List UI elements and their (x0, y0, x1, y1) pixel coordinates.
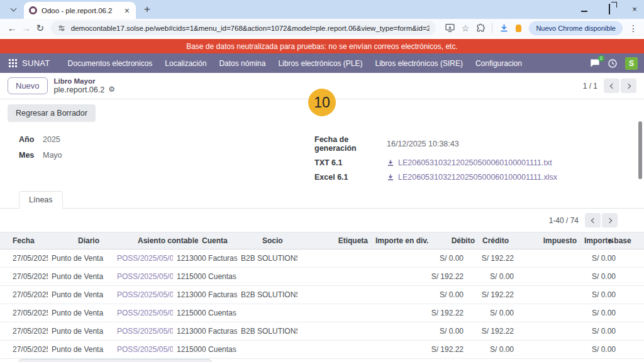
column-header[interactable]: Importe base (580, 236, 603, 245)
table-row[interactable]: 27/05/2025 Punto de Venta POSS/2025/05/0… (0, 322, 644, 341)
download-icon[interactable] (499, 23, 509, 33)
table-row[interactable]: 27/05/2025 Punto de Venta POSS/2025/05/0… (0, 268, 644, 286)
file-download-icon (387, 173, 394, 181)
column-header[interactable]: Importe en div... (372, 236, 428, 245)
horizontal-scrollbar-partial[interactable] (18, 359, 213, 362)
browser-tab[interactable]: Odoo - ple.report.06.2 × (24, 2, 136, 19)
navbar-menu-item[interactable]: Documentos electronicos (62, 59, 159, 68)
table-row[interactable]: 27/05/2025 Punto de Venta POSS/2025/05/0… (0, 341, 644, 359)
month-value[interactable]: Mayo (43, 151, 62, 160)
navbar-menu-item[interactable]: Localización (158, 59, 213, 68)
cell-diario: Punto de Venta (48, 309, 113, 317)
cell-fecha: 27/05/2025 (9, 327, 48, 336)
cell-diario: Punto de Venta (48, 345, 113, 354)
cell-credito: S/ 0.00 (467, 345, 518, 354)
column-header[interactable]: Impuesto (528, 236, 580, 245)
year-value[interactable]: 2025 (43, 135, 60, 144)
send-to-device-icon[interactable] (445, 23, 455, 33)
cell-asiento-link[interactable]: POSS/2025/05/0... (113, 327, 173, 336)
new-tab-button[interactable]: + (140, 2, 155, 17)
file-download-link[interactable]: LE2060531032120250500060100001111.xlsx (387, 173, 557, 182)
cell-credito: S/ 0.00 (467, 309, 518, 317)
year-label: Año (19, 135, 43, 144)
site-settings-icon[interactable] (57, 24, 66, 33)
chrome-update-button[interactable]: Nuevo Chrome disponible (529, 21, 623, 35)
window-minimize-button[interactable] (580, 4, 589, 14)
record-pager-next-button[interactable] (621, 79, 636, 93)
activities-clock-icon[interactable] (608, 58, 618, 69)
tab-close-icon[interactable]: × (123, 6, 131, 16)
cell-debito: S/ 192.22 (411, 272, 467, 281)
navbar-menu-item[interactable]: Datos nómina (213, 59, 272, 68)
chrome-menu-icon[interactable]: ⋮ (629, 23, 638, 33)
reload-button[interactable]: ↻ (35, 21, 46, 36)
cell-importe-base: S/ 0.00 (567, 309, 619, 317)
column-header[interactable]: Crédito (479, 236, 528, 245)
table-row[interactable]: 27/05/2025 Punto de Venta POSS/2025/05/0… (0, 250, 644, 268)
cell-credito: S/ 192.22 (467, 290, 518, 299)
app-brand[interactable]: SUNAT (22, 58, 50, 68)
tab-title: Odoo - ple.report.06.2 (42, 7, 123, 14)
odoo-favicon-icon (29, 6, 37, 14)
cell-diario: Punto de Venta (48, 272, 113, 281)
url-text: democontable17.solse.pe/web#cids=1&menu_… (71, 25, 430, 32)
extension-pin-icon[interactable] (516, 25, 521, 32)
column-header[interactable]: Diario (74, 236, 134, 245)
user-avatar[interactable]: S (625, 57, 638, 70)
file-download-link[interactable]: LE2060531032120250500060100001111.txt (387, 158, 552, 167)
back-button[interactable]: ← (6, 21, 18, 36)
cell-asiento-link[interactable]: POSS/2025/05/0... (113, 309, 173, 317)
window-close-button[interactable]: × (630, 4, 639, 14)
breadcrumb-model: ple.report.06.2 (54, 85, 105, 94)
cell-asiento-link[interactable]: POSS/2025/05/0... (113, 272, 173, 281)
cell-cuenta: 1213000 Facturas... (173, 290, 237, 299)
column-header[interactable]: Fecha (9, 236, 74, 245)
new-record-button[interactable]: Nuevo (8, 77, 48, 94)
column-header[interactable]: Cuenta (198, 236, 258, 245)
list-pager-next-button[interactable] (602, 213, 618, 228)
cell-fecha: 27/05/2025 (9, 290, 48, 299)
cell-importe-base: S/ 0.00 (567, 327, 619, 336)
column-header[interactable]: Socio (258, 236, 319, 245)
column-header[interactable]: Asiento contable (134, 236, 198, 245)
cell-socio: B2B SOLUTIONS ... (237, 254, 297, 263)
window-restore-button[interactable] (605, 4, 614, 14)
navbar-menu-item[interactable]: Configuracion (469, 59, 528, 68)
column-header[interactable]: Débito (428, 236, 479, 245)
forward-button[interactable]: → (20, 21, 31, 36)
extensions-puzzle-icon[interactable] (475, 23, 486, 33)
settings-gear-icon[interactable]: ⚙ (108, 85, 115, 94)
cell-importe-base: S/ 0.00 (567, 254, 619, 263)
tab-lineas[interactable]: Líneas (19, 191, 63, 209)
cell-importe-base: S/ 0.00 (567, 290, 619, 299)
cell-credito: S/ 192.22 (467, 327, 518, 336)
cell-asiento-link[interactable]: POSS/2025/05/0... (113, 345, 173, 354)
list-pager-previous-button[interactable] (585, 213, 601, 228)
bookmark-star-icon[interactable]: ☆ (462, 23, 470, 33)
vertical-scrollbar-thumb[interactable] (638, 121, 642, 179)
breadcrumb-title[interactable]: Libro Mayor (54, 77, 115, 85)
navbar-menu-item[interactable]: Libros electrónicos (SIRE) (369, 59, 469, 68)
browser-titlebar: Odoo - ple.report.06.2 × + × (0, 0, 644, 19)
neutralized-db-banner: Base de datos neutralizada para pruebas:… (0, 39, 644, 53)
cell-socio: B2B SOLUTIONS ... (237, 327, 297, 336)
table-row[interactable]: 27/05/2025 Punto de Venta POSS/2025/05/0… (0, 304, 644, 322)
list-pager-count: 1-40 / 74 (549, 216, 579, 225)
column-header[interactable]: Etiqueta (319, 236, 372, 245)
messages-icon[interactable]: 2 (590, 58, 600, 68)
navbar-menu: Documentos electronicosLocalizaciónDatos… (62, 59, 528, 68)
cell-debito: S/ 0.00 (411, 254, 467, 263)
cell-asiento-link[interactable]: POSS/2025/05/0... (113, 290, 173, 299)
cell-asiento-link[interactable]: POSS/2025/05/0... (113, 254, 173, 263)
apps-grid-icon[interactable] (9, 59, 17, 67)
cell-diario: Punto de Venta (48, 254, 113, 263)
optional-columns-icon[interactable] (603, 237, 619, 245)
notebook-tabs: Líneas (0, 189, 644, 209)
record-pager-previous-button[interactable] (604, 79, 619, 93)
back-to-draft-button[interactable]: Regresar a Borrador (8, 104, 96, 122)
url-bar[interactable]: democontable17.solse.pe/web#cids=1&menu_… (51, 21, 436, 35)
tab-search-icon[interactable] (5, 1, 21, 18)
navbar-menu-item[interactable]: Libros electrónicos (PLE) (272, 59, 369, 68)
table-row[interactable]: 27/05/2025 Punto de Venta POSS/2025/05/0… (0, 286, 644, 304)
generation-date-value: 16/12/2025 10:38:43 (387, 140, 459, 148)
